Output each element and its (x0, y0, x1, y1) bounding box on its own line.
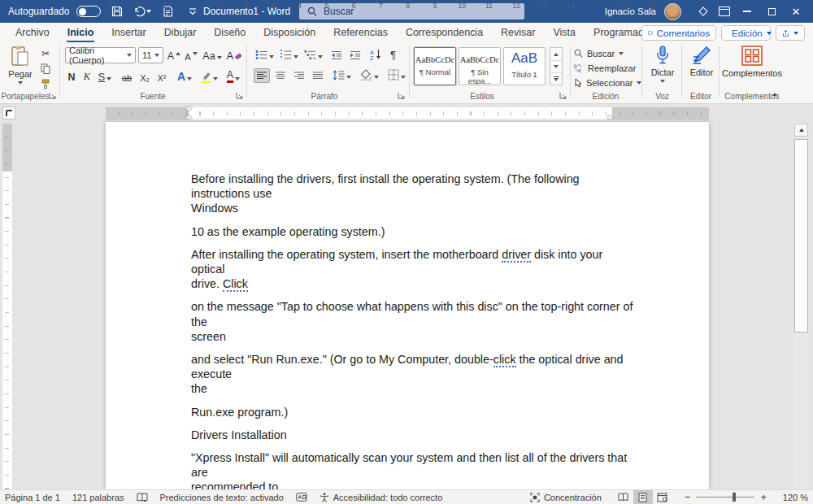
cut-button[interactable]: ✂ (37, 46, 54, 60)
borders-button[interactable] (385, 67, 408, 83)
style-no-spacing[interactable]: AaBbCcDc ¶ Sin espa... (459, 47, 501, 85)
clear-formatting-button[interactable]: A (226, 47, 242, 63)
collapse-ribbon-icon[interactable] (772, 93, 777, 96)
change-case-button[interactable]: Aa (202, 47, 223, 63)
editing-mode-button[interactable]: Edición (721, 25, 771, 41)
premium-diamond-icon[interactable] (693, 0, 714, 23)
line-spacing-button[interactable] (330, 67, 353, 83)
chevron-down-icon (346, 76, 351, 79)
styles-scroll-down-button[interactable] (550, 60, 562, 72)
copy-button[interactable] (37, 62, 54, 76)
font-name-combo[interactable]: Calibri (Cuerpo) (65, 47, 136, 63)
read-mode-button[interactable] (614, 490, 633, 504)
subscript-button[interactable]: X₂ (137, 68, 152, 84)
shrink-font-button[interactable]: A (184, 47, 198, 63)
document-text[interactable]: Before installing the drivers, first ins… (191, 172, 634, 504)
web-layout-button[interactable] (653, 490, 672, 504)
tab-referencias[interactable]: Referencias (324, 23, 397, 42)
clipboard-dialog-launcher[interactable] (49, 92, 57, 100)
replace-button[interactable]: bc Reemplazar (574, 61, 636, 75)
dictate-button[interactable]: Dictar (646, 46, 680, 83)
tab-inicio[interactable]: Inicio (59, 23, 103, 42)
print-layout-button[interactable] (633, 490, 653, 504)
text-predictions-icon[interactable] (296, 490, 307, 504)
ribbon-display-options-icon[interactable] (714, 0, 735, 23)
paste-dropdown-icon[interactable] (18, 81, 23, 85)
tab-vista[interactable]: Vista (544, 23, 585, 42)
multilevel-list-button[interactable] (302, 47, 324, 63)
avatar[interactable] (664, 3, 681, 20)
styles-gallery-more-button[interactable] (550, 72, 562, 85)
bold-button[interactable]: N (65, 68, 78, 84)
show-formatting-marks-button[interactable]: ¶ (386, 47, 400, 62)
tab-correspondencia[interactable]: Correspondencia (397, 23, 492, 42)
tab-dibujar[interactable]: Dibujar (155, 23, 206, 42)
vertical-ruler[interactable] (2, 124, 12, 489)
right-indent-marker[interactable] (606, 115, 613, 119)
close-button[interactable]: ✕ (784, 0, 808, 23)
italic-button[interactable]: K (81, 68, 93, 84)
style-normal[interactable]: AaBbCcDc ¶ Normal (414, 47, 456, 85)
minimize-button[interactable] (735, 0, 759, 23)
word-count[interactable]: 121 palabras (72, 490, 124, 504)
highlight-color-button[interactable] (198, 68, 220, 84)
document-page[interactable]: Before installing the drivers, first ins… (106, 122, 709, 489)
strikethrough-button[interactable]: ab (119, 68, 135, 84)
zoom-in-button[interactable]: + (760, 491, 767, 503)
increase-indent-button[interactable] (347, 48, 363, 62)
format-painter-button[interactable] (37, 77, 54, 91)
first-line-indent-marker[interactable] (185, 107, 192, 111)
font-size-combo[interactable]: 11 (138, 47, 163, 63)
align-center-button[interactable] (272, 68, 289, 83)
text-effects-button[interactable]: A (174, 68, 195, 84)
customize-qat-icon[interactable] (184, 2, 202, 20)
sort-button[interactable]: AZ (367, 47, 384, 62)
superscript-button[interactable]: X² (154, 68, 169, 84)
maximize-button[interactable] (759, 0, 784, 23)
multilevel-list-icon (304, 50, 316, 60)
bullets-button[interactable] (254, 47, 275, 63)
select-button[interactable]: Seleccionar (574, 76, 641, 89)
zoom-level[interactable]: 120 % (779, 493, 808, 502)
paragraph-dialog-launcher[interactable] (398, 92, 406, 100)
numbering-button[interactable] (278, 47, 299, 63)
zoom-slider[interactable] (696, 497, 754, 497)
find-button[interactable]: Buscar (574, 46, 624, 60)
decrease-indent-button[interactable] (328, 48, 345, 62)
justify-button[interactable] (310, 68, 326, 83)
pilcrow-icon: ¶ (390, 49, 396, 61)
zoom-slider-thumb[interactable] (733, 493, 736, 502)
page-count[interactable]: Página 1 de 1 (5, 490, 60, 504)
tab-diseno[interactable]: Diseño (205, 23, 254, 42)
editor-button[interactable]: Editor (685, 46, 718, 77)
tab-revisar[interactable]: Revisar (492, 23, 544, 42)
text-predictions[interactable]: Predicciones de texto: activado (160, 490, 284, 504)
addins-button[interactable]: Complementos (724, 46, 780, 78)
styles-scroll-up-button[interactable] (550, 48, 562, 60)
styles-dialog-launcher[interactable] (559, 92, 567, 100)
scrollbar-thumb[interactable] (794, 139, 808, 332)
font-color-button[interactable]: A (223, 68, 244, 84)
underline-button[interactable]: S (95, 68, 115, 84)
accessibility-status[interactable]: Accesibilidad: todo correcto (320, 490, 443, 504)
focus-mode-button[interactable]: Concentración (530, 490, 602, 504)
hanging-indent-marker[interactable] (185, 115, 192, 119)
align-left-button[interactable] (254, 68, 270, 83)
tab-selector[interactable] (2, 106, 15, 119)
paste-button[interactable]: Pegar (5, 46, 36, 85)
horizontal-ruler[interactable] (106, 107, 709, 119)
grow-font-button[interactable]: A (167, 47, 181, 63)
tab-archivo[interactable]: Archivo (7, 23, 59, 42)
zoom-out-button[interactable]: − (685, 491, 691, 503)
comments-button[interactable]: Comentarios (641, 25, 716, 41)
align-right-button[interactable] (291, 68, 307, 83)
tab-disposicion[interactable]: Disposición (254, 23, 324, 42)
proofing-icon[interactable] (137, 490, 148, 504)
group-label-clipboard: Portapapeles (0, 92, 50, 101)
scrollbar-up-button[interactable] (794, 124, 808, 137)
share-button[interactable] (776, 25, 805, 41)
shading-button[interactable] (358, 67, 380, 83)
tab-insertar[interactable]: Insertar (102, 23, 154, 42)
style-heading1[interactable]: AaB Título 1 (503, 47, 546, 85)
font-dialog-launcher[interactable] (236, 92, 244, 100)
